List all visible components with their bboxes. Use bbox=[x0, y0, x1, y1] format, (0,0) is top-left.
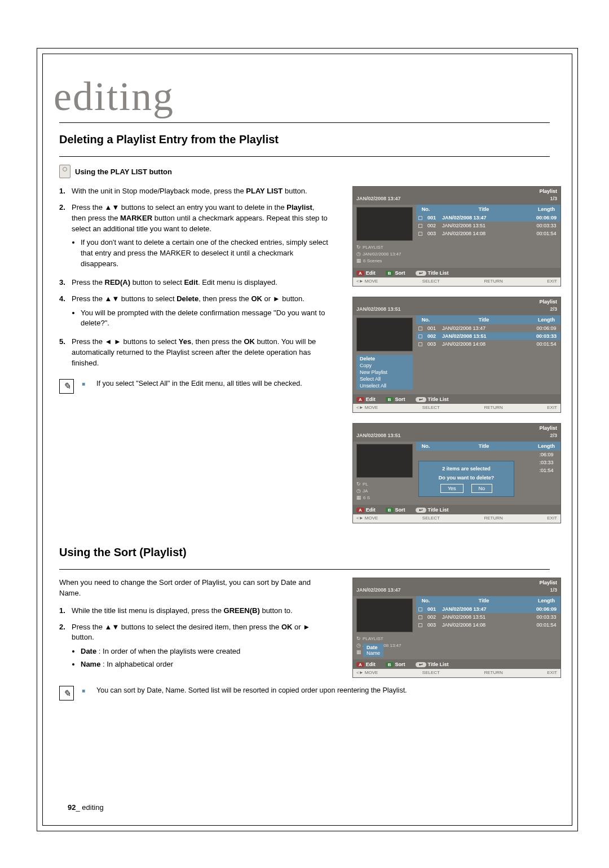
edit-button[interactable]: Edit bbox=[366, 507, 376, 513]
note-bullet: ■ bbox=[82, 688, 85, 694]
table-row[interactable]: 001JAN/02/2008 13:4700:06:09 bbox=[416, 324, 561, 332]
menu-select-all[interactable]: Select All bbox=[360, 376, 409, 382]
repeat-icon: ↻ bbox=[356, 244, 361, 250]
s2-step2: Press the ▲▼ buttons to select the desir… bbox=[72, 623, 310, 642]
subhead-text: Using the PLAY LIST button bbox=[75, 168, 172, 176]
screenshot-sort: Playlist JAN/02/2008 13:47 1/3 ↻PLAYLIST… bbox=[352, 578, 561, 678]
edit-button[interactable]: Edit bbox=[366, 396, 376, 402]
meta-scenes: 6 Scenes bbox=[363, 258, 382, 263]
key-b-icon: B bbox=[386, 662, 394, 667]
sort-name[interactable]: Name bbox=[367, 650, 380, 656]
table-row[interactable]: 003JAN/02/2008 14:0800:01:54 bbox=[416, 340, 561, 348]
key-a-icon: A bbox=[356, 508, 364, 513]
preview-thumb bbox=[356, 318, 413, 351]
s1-step1: With the unit in Stop mode/Playback mode… bbox=[72, 186, 330, 197]
menu-new-playlist[interactable]: New Playlist bbox=[360, 369, 409, 375]
meta-time: JAN/02/2008 13:47 bbox=[363, 252, 401, 257]
table-row[interactable]: 003JAN/02/2008 14:0800:01:54 bbox=[416, 230, 561, 237]
s2-step2-sub2: Name : In alphabetical order bbox=[81, 659, 330, 670]
checkbox-icon[interactable] bbox=[418, 342, 422, 346]
table-row[interactable]: 002JAN/02/2008 13:5100:03:33 bbox=[416, 332, 561, 340]
titlelist-button[interactable]: Title List bbox=[428, 396, 449, 402]
key-b-icon: B bbox=[386, 397, 394, 402]
section1-title: Deleting a Playlist Entry from the Playl… bbox=[59, 133, 550, 146]
checkbox-icon[interactable] bbox=[418, 216, 422, 220]
sort-button[interactable]: Sort bbox=[395, 270, 405, 276]
screenshot-playlist: Playlist JAN/02/2008 13:47 1/3 ↻PLAYLIST… bbox=[352, 186, 561, 287]
sort-popup: Date Name bbox=[363, 644, 383, 657]
col-no: No. bbox=[416, 206, 435, 212]
checkbox-icon[interactable] bbox=[418, 224, 422, 228]
key-b-icon: B bbox=[386, 508, 394, 513]
key-return-icon: ↩ bbox=[416, 508, 426, 513]
table-row[interactable]: 002JAN/02/2008 13:5100:03:33 bbox=[416, 613, 561, 621]
no-button[interactable]: No bbox=[471, 484, 493, 493]
section1-steps: 1.With the unit in Stop mode/Playback mo… bbox=[59, 186, 330, 369]
menu-copy[interactable]: Copy bbox=[360, 363, 409, 368]
section2-note: You can sort by Date, Name. Sorted list … bbox=[96, 686, 550, 696]
clock-icon: ◷ bbox=[356, 642, 361, 648]
sort-button[interactable]: Sort bbox=[395, 396, 405, 402]
s1-step2-sub: If you don't want to delete a certain on… bbox=[81, 237, 330, 270]
key-return-icon: ↩ bbox=[416, 397, 426, 402]
shot1-title: Playlist bbox=[353, 187, 561, 195]
checkbox-icon[interactable] bbox=[418, 334, 422, 338]
col-title: Title bbox=[435, 206, 532, 212]
shot-toolbar: AEdit BSort ↩Title List bbox=[353, 268, 561, 277]
table-row[interactable]: 001JAN/02/2008 13:4700:06:09 bbox=[416, 605, 561, 613]
section1-note: If you select "Select All" in the Edit m… bbox=[96, 379, 330, 389]
s1-step4-sub: You will be prompted with the delete con… bbox=[81, 308, 330, 329]
key-return-icon: ↩ bbox=[416, 271, 426, 276]
screenshot-delete-dialog: Playlist JAN/02/2008 13:51 2/3 ↻PL ◷JA ▦… bbox=[352, 423, 561, 523]
shot2-title: Playlist bbox=[353, 297, 561, 305]
clock-icon: ◷ bbox=[356, 488, 361, 494]
titlelist-button[interactable]: Title List bbox=[428, 662, 449, 667]
s1-step2: Press the ▲▼ buttons to select an entry … bbox=[72, 203, 328, 233]
edit-button[interactable]: Edit bbox=[366, 662, 376, 667]
scenes-icon: ▦ bbox=[356, 495, 361, 500]
sort-button[interactable]: Sort bbox=[395, 507, 405, 513]
shot-footer: <► MOVE SELECT RETURN EXIT bbox=[353, 277, 561, 286]
table-row[interactable]: 002JAN/02/2008 13:5100:03:33 bbox=[416, 222, 561, 230]
sort-button[interactable]: Sort bbox=[395, 662, 405, 667]
shot1-counter: 1/3 bbox=[550, 196, 557, 201]
scenes-icon: ▦ bbox=[356, 258, 361, 263]
repeat-icon: ↻ bbox=[356, 481, 361, 487]
sort-date[interactable]: Date bbox=[367, 645, 380, 650]
checkbox-icon[interactable] bbox=[418, 607, 422, 611]
edit-menu: Delete Copy New Playlist Select All Unse… bbox=[356, 355, 413, 390]
section2-intro: When you need to change the Sort order o… bbox=[59, 578, 330, 599]
checkbox-icon[interactable] bbox=[418, 615, 422, 619]
note-bullet: ■ bbox=[82, 381, 85, 387]
table-row[interactable]: 001JAN/02/2008 13:4700:06:09 bbox=[416, 214, 561, 222]
menu-delete[interactable]: Delete bbox=[360, 356, 409, 362]
s1-step4: Press the ▲▼ buttons to select Delete, t… bbox=[72, 294, 304, 303]
table-row[interactable]: 003JAN/02/2008 14:0800:01:54 bbox=[416, 621, 561, 629]
meta-pl: PLAYLIST bbox=[363, 245, 383, 250]
page-number: 92_ editing bbox=[68, 803, 104, 812]
key-a-icon: A bbox=[356, 271, 364, 276]
menu-unselect-all[interactable]: Unselect All bbox=[360, 383, 409, 389]
note-icon: ✎ bbox=[59, 686, 74, 700]
scenes-icon: ▦ bbox=[356, 649, 361, 655]
preview-thumb bbox=[356, 598, 413, 632]
checkbox-icon[interactable] bbox=[418, 623, 422, 627]
titlelist-button[interactable]: Title List bbox=[428, 507, 449, 513]
titlelist-button[interactable]: Title List bbox=[428, 270, 449, 276]
section1-subhead: Using the PLAY LIST button bbox=[59, 165, 550, 178]
shot2-status: JAN/02/2008 13:51 bbox=[356, 306, 401, 312]
chapter-title: editing bbox=[54, 73, 550, 120]
checkbox-icon[interactable] bbox=[418, 327, 422, 331]
yes-button[interactable]: Yes bbox=[440, 484, 464, 493]
note-icon: ✎ bbox=[59, 379, 74, 394]
s1-step5: Press the ◄ ► buttons to select Yes, the… bbox=[72, 337, 330, 369]
key-return-icon: ↩ bbox=[416, 662, 426, 667]
section2-title: Using the Sort (Playlist) bbox=[59, 546, 550, 559]
dialog-line2: Do you want to delete? bbox=[422, 475, 510, 481]
checkbox-icon[interactable] bbox=[418, 232, 422, 236]
key-a-icon: A bbox=[356, 397, 364, 402]
col-length: Length bbox=[532, 206, 561, 212]
s2-step2-sub1: Date : In order of when the playlists we… bbox=[81, 646, 330, 657]
preview-thumb bbox=[356, 207, 413, 241]
edit-button[interactable]: Edit bbox=[366, 270, 376, 276]
